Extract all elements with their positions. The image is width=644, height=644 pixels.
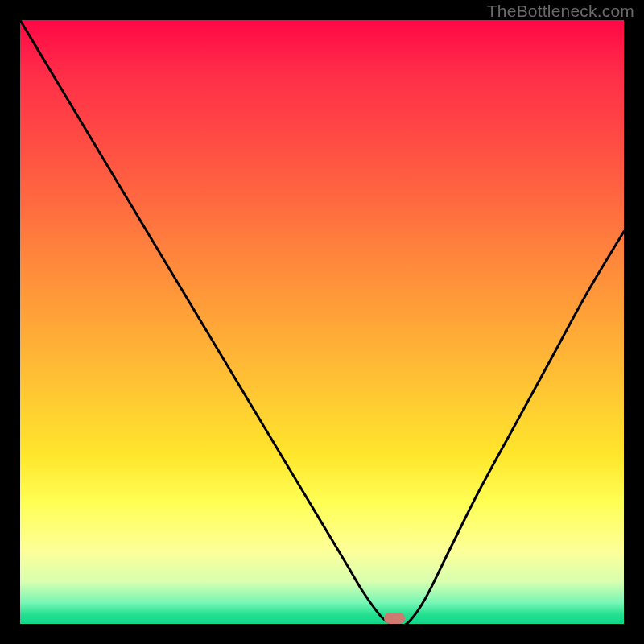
watermark-text: TheBottleneck.com (487, 2, 634, 21)
minimum-marker (384, 613, 405, 624)
plot-area (20, 20, 624, 624)
bottleneck-curve (20, 20, 624, 624)
chart-frame: TheBottleneck.com (0, 0, 644, 644)
